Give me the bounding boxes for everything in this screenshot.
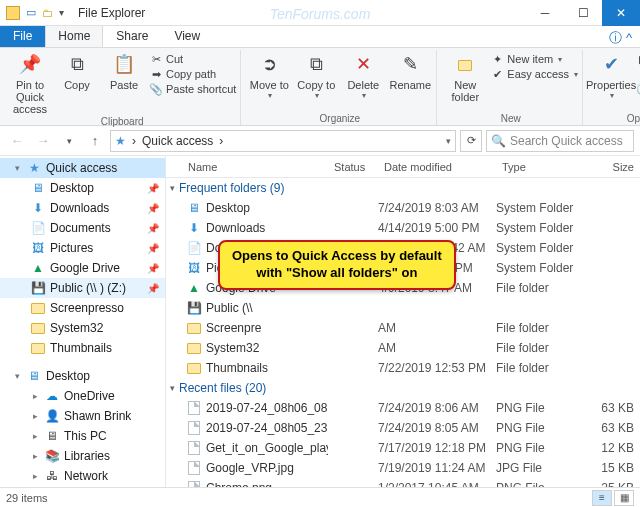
newitem-button[interactable]: ✦New item: [490, 52, 578, 66]
list-item[interactable]: ⬇ Downloads 4/14/2019 5:00 PMSystem Fold…: [166, 218, 640, 238]
file-icon: [186, 440, 202, 456]
nav-forward-button[interactable]: →: [32, 130, 54, 152]
nav-history-dropdown[interactable]: ▾: [58, 130, 80, 152]
qat-properties-icon[interactable]: ▭: [26, 6, 36, 19]
ribbon-help-icon[interactable]: ⓘ ^: [601, 29, 640, 47]
watermark: TenForums.com: [270, 6, 371, 22]
list-item[interactable]: Google_VRP.jpg 7/19/2019 11:24 AMJPG Fil…: [166, 458, 640, 478]
minimize-button[interactable]: [526, 0, 564, 26]
col-status[interactable]: Status: [328, 161, 378, 173]
copyto-button[interactable]: ⧉Copy to: [294, 52, 338, 101]
group-new-label: New: [443, 112, 578, 125]
list-item[interactable]: Screenpre AMFile folder: [166, 318, 640, 338]
search-placeholder: Search Quick access: [510, 134, 623, 148]
item-icon: 💾: [186, 300, 202, 316]
group-recent-header[interactable]: ▾Recent files (20): [166, 378, 640, 398]
crumb-quickaccess[interactable]: Quick access: [142, 134, 213, 148]
sidebar-item[interactable]: ▸🖥This PC: [0, 426, 165, 446]
sidebar-item[interactable]: ▲Google Drive📌: [0, 258, 165, 278]
list-item[interactable]: Chrome.png 1/2/2017 10:45 AMPNG File25 K…: [166, 478, 640, 487]
pin-icon: 📌: [147, 243, 165, 254]
paste-shortcut-button[interactable]: 📎Paste shortcut: [149, 82, 236, 96]
navigation-pane: ▾★Quick access🖥Desktop📌⬇Downloads📌📄Docum…: [0, 156, 166, 487]
item-icon: [186, 320, 202, 336]
sidebar-item[interactable]: 📄Documents📌: [0, 218, 165, 238]
view-thumbnails-button[interactable]: ▦: [614, 490, 634, 506]
maximize-button[interactable]: [564, 0, 602, 26]
tab-view[interactable]: View: [161, 25, 213, 47]
pin-icon: 📌: [147, 223, 165, 234]
sidebar-item[interactable]: 🖥Desktop📌: [0, 178, 165, 198]
sidebar-item[interactable]: 💾Public (\\ ) (Z:)📌: [0, 278, 165, 298]
sidebar-item[interactable]: ▸📚Libraries: [0, 446, 165, 466]
list-item[interactable]: 🖥 Desktop 7/24/2019 8:03 AMSystem Folder: [166, 198, 640, 218]
tab-file[interactable]: File: [0, 25, 45, 47]
item-icon: [186, 340, 202, 356]
breadcrumb[interactable]: ★ › Quick access › ▾: [110, 130, 456, 152]
crumb-sep2: ›: [219, 134, 223, 148]
history-button[interactable]: 🕘History: [636, 82, 640, 96]
close-button[interactable]: [602, 0, 640, 26]
tab-home[interactable]: Home: [45, 25, 103, 47]
nav-back-button[interactable]: ←: [6, 130, 28, 152]
paste-button[interactable]: 📋Paste: [102, 52, 146, 91]
view-details-button[interactable]: ≡: [592, 490, 612, 506]
item-icon: 🖥: [186, 200, 202, 216]
qat-newfolder-icon[interactable]: 🗀: [42, 7, 53, 19]
col-size[interactable]: Size: [584, 161, 640, 173]
item-icon: ▲: [186, 280, 202, 296]
col-date[interactable]: Date modified: [378, 161, 496, 173]
sidebar-item[interactable]: ▸☁OneDrive: [0, 386, 165, 406]
sidebar-item[interactable]: ▸🖧Network: [0, 466, 165, 486]
group-frequent-header[interactable]: ▾Frequent folders (9): [166, 178, 640, 198]
search-input[interactable]: 🔍 Search Quick access: [486, 130, 634, 152]
crumb-dropdown-icon[interactable]: ▾: [446, 136, 451, 146]
tab-share[interactable]: Share: [103, 25, 161, 47]
pin-quickaccess-button[interactable]: 📌Pin to Quick access: [8, 52, 52, 115]
cut-button[interactable]: ✂Cut: [149, 52, 236, 66]
explorer-icon: [6, 6, 20, 20]
sidebar-item[interactable]: 🖼Pictures📌: [0, 238, 165, 258]
copy-button[interactable]: ⧉Copy: [55, 52, 99, 91]
col-type[interactable]: Type: [496, 161, 584, 173]
search-icon: 🔍: [491, 134, 506, 148]
group-organize-label: Organize: [247, 112, 432, 125]
sidebar-quickaccess[interactable]: ▾★Quick access: [0, 158, 165, 178]
col-name[interactable]: Name: [166, 161, 328, 173]
crumb-sep: ›: [132, 134, 136, 148]
ribbon: 📌Pin to Quick access ⧉Copy 📋Paste ✂Cut ➡…: [0, 48, 640, 126]
rename-button[interactable]: ✎Rename: [388, 52, 432, 91]
delete-button[interactable]: ✕Delete: [341, 52, 385, 101]
sidebar-desktop[interactable]: ▾🖥Desktop: [0, 366, 165, 386]
ribbon-tabs: File Home Share View ⓘ ^: [0, 26, 640, 48]
edit-button[interactable]: ✎Edit: [636, 67, 640, 81]
open-button[interactable]: ▶Open: [636, 52, 640, 66]
group-open-label: Open: [589, 112, 640, 125]
item-icon: 🖼: [186, 260, 202, 276]
list-item[interactable]: Thumbnails 7/22/2019 12:53 PMFile folder: [166, 358, 640, 378]
list-item[interactable]: System32 AMFile folder: [166, 338, 640, 358]
status-count: 29 items: [6, 492, 48, 504]
newfolder-button[interactable]: New folder: [443, 52, 487, 103]
sidebar-item[interactable]: Thumbnails: [0, 338, 165, 358]
sidebar-item[interactable]: Screenpresso: [0, 298, 165, 318]
list-item[interactable]: 2019-07-24_08h06_08.png 7/24/2019 8:06 A…: [166, 398, 640, 418]
properties-button[interactable]: ✔Properties: [589, 52, 633, 101]
qat-customize-icon[interactable]: ▾: [59, 7, 64, 18]
list-item[interactable]: Get_it_on_Google_play.png 7/17/2019 12:1…: [166, 438, 640, 458]
moveto-button[interactable]: ➲Move to: [247, 52, 291, 101]
sidebar-item[interactable]: System32: [0, 318, 165, 338]
easyaccess-button[interactable]: ✔Easy access: [490, 67, 578, 81]
list-item[interactable]: 2019-07-24_08h05_23.png 7/24/2019 8:05 A…: [166, 418, 640, 438]
sidebar-item[interactable]: ▸👤Shawn Brink: [0, 406, 165, 426]
group-clipboard-label: Clipboard: [8, 115, 236, 128]
refresh-button[interactable]: ⟳: [460, 130, 482, 152]
sidebar-item[interactable]: ⬇Downloads📌: [0, 198, 165, 218]
address-bar: ← → ▾ ↑ ★ › Quick access › ▾ ⟳ 🔍 Search …: [0, 126, 640, 156]
sidebar-item[interactable]: ▸⚙Control Panel: [0, 486, 165, 487]
copypath-button[interactable]: ➡Copy path: [149, 67, 236, 81]
nav-up-button[interactable]: ↑: [84, 130, 106, 152]
pin-icon: 📌: [147, 283, 165, 294]
file-icon: [186, 420, 202, 436]
list-item[interactable]: 💾 Public (\\: [166, 298, 640, 318]
